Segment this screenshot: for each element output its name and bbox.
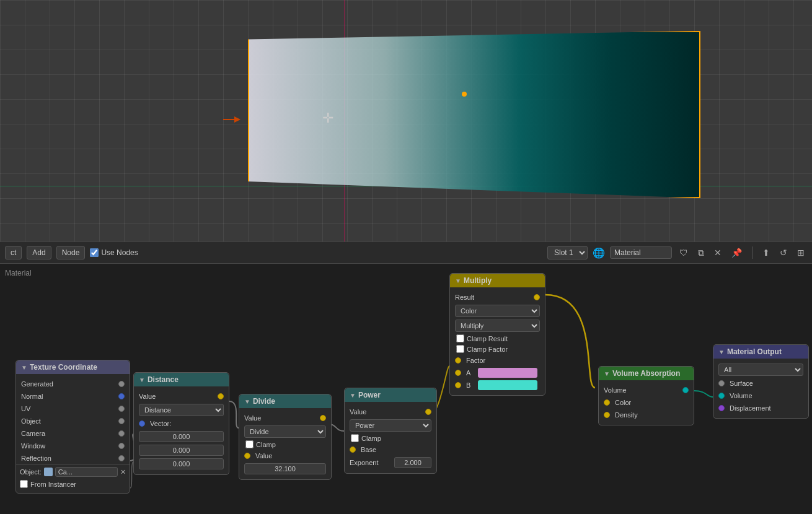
volume-absorption-body: Volume Color Density — [599, 380, 694, 425]
divide-header[interactable]: ▼ Divide — [239, 394, 331, 408]
distance-value-socket[interactable] — [218, 393, 224, 399]
multiply-factor-socket[interactable] — [455, 357, 461, 364]
divide-title: Divide — [253, 397, 275, 406]
distance-header[interactable]: ▼ Distance — [134, 373, 229, 386]
power-clamp-checkbox[interactable] — [351, 434, 359, 442]
object-name-field[interactable]: Ca... — [55, 467, 118, 477]
from-instancer-checkbox[interactable] — [20, 480, 28, 488]
distance-vec-z-input[interactable] — [139, 458, 224, 469]
node-multiply: ▼ Multiply Result Color Multiply Clamp R… — [449, 273, 545, 396]
multiply-clamp-result-row: Clamp Result — [450, 333, 545, 344]
generated-socket[interactable] — [118, 381, 125, 387]
multiply-b-socket[interactable] — [455, 382, 461, 388]
material-output-mode-select[interactable]: All — [718, 364, 803, 376]
distance-vec-y-input[interactable] — [139, 445, 224, 456]
power-mode-select[interactable]: Power — [350, 419, 431, 432]
distance-vec-x-input[interactable] — [139, 431, 224, 442]
multiply-title: Multiply — [464, 276, 492, 285]
clamp-result-checkbox[interactable] — [456, 334, 464, 342]
divide-collapse-icon: ▼ — [244, 398, 250, 405]
node-editor: Material ▼ Texture Coordinate Generated — [0, 264, 812, 514]
multiply-mode-select[interactable]: Multiply — [455, 320, 540, 332]
distance-vector-row: Vector: — [134, 417, 229, 430]
multiply-a-color[interactable] — [478, 368, 537, 378]
divide-value-socket[interactable] — [320, 415, 326, 421]
multiply-b-row: B — [450, 379, 545, 391]
multiply-color-select[interactable]: Color — [455, 305, 540, 317]
node-menu-button[interactable]: Node — [56, 246, 86, 259]
volume-density-socket[interactable] — [604, 412, 610, 418]
volume-output-socket[interactable] — [682, 387, 689, 393]
object-menu-button[interactable]: ct — [5, 246, 22, 259]
volume-absorption-header[interactable]: ▼ Volume Absorption — [599, 367, 694, 380]
texture-coord-body: Generated Normal UV Object Camera Window — [16, 374, 130, 493]
camera-label: Camera — [21, 430, 45, 437]
node-editor-label: Material — [5, 269, 32, 277]
grid-icon[interactable]: ⊞ — [795, 246, 807, 259]
material-name-input[interactable] — [610, 246, 672, 259]
volume-absorption-title: Volume Absorption — [612, 369, 680, 378]
material-volume-socket[interactable] — [718, 393, 725, 399]
window-socket[interactable] — [118, 443, 125, 449]
volume-density-row: Density — [599, 409, 694, 421]
from-instancer-row: From Instancer — [16, 479, 130, 489]
node-power: ▼ Power Value Power Clamp Base Exp — [344, 388, 437, 474]
multiply-a-socket[interactable] — [455, 370, 461, 376]
clamp-factor-checkbox[interactable] — [456, 345, 464, 353]
distance-vector-socket[interactable] — [139, 420, 145, 427]
multiply-b-color[interactable] — [478, 380, 537, 390]
material-copy-icon[interactable]: ⧉ — [695, 246, 707, 259]
uv-label: UV — [21, 405, 30, 412]
use-nodes-toggle[interactable]: Use Nodes — [90, 248, 138, 257]
divide-clamp-checkbox[interactable] — [245, 440, 254, 448]
camera-socket[interactable] — [118, 430, 125, 437]
reflection-socket[interactable] — [118, 455, 125, 461]
power-exponent-input[interactable] — [394, 457, 431, 468]
divide-mode-select[interactable]: Divide — [244, 425, 326, 438]
material-output-title: Material Output — [727, 347, 782, 356]
material-surface-socket[interactable] — [718, 380, 725, 386]
texture-coord-header[interactable]: ▼ Texture Coordinate — [16, 360, 130, 374]
distance-mode-select[interactable]: Distance — [139, 404, 224, 416]
distance-vector-label: Vector: — [150, 420, 171, 427]
uv-socket[interactable] — [118, 406, 125, 412]
output-object: Object — [16, 415, 130, 427]
use-nodes-checkbox[interactable] — [90, 248, 99, 257]
from-instancer-label: From Instancer — [30, 481, 76, 488]
camera-indicator — [223, 113, 242, 128]
multiply-clamp-factor-row: Clamp Factor — [450, 344, 545, 354]
material-close-icon[interactable]: ✕ — [712, 246, 724, 259]
normal-label: Normal — [21, 393, 43, 400]
volume-color-socket[interactable] — [604, 399, 610, 406]
node-divide: ▼ Divide Value Divide Clamp Value — [239, 394, 332, 480]
power-base-socket[interactable] — [350, 446, 356, 453]
divide-value-input[interactable] — [244, 463, 326, 474]
pin-icon[interactable]: 📌 — [729, 246, 744, 259]
distance-mode-row: Distance — [134, 403, 229, 417]
normal-socket[interactable] — [118, 393, 125, 399]
power-value-socket[interactable] — [425, 409, 431, 415]
object-close-button[interactable]: ✕ — [120, 468, 126, 476]
object-origin-dot — [462, 92, 467, 97]
multiply-header[interactable]: ▼ Multiply — [450, 274, 545, 287]
multiply-result-socket[interactable] — [534, 294, 540, 300]
add-menu-button[interactable]: Add — [27, 246, 51, 259]
node-distance: ▼ Distance Value Distance Vector: — [133, 372, 229, 475]
slot-select[interactable]: Slot 1 — [547, 246, 588, 259]
divide-value-field-row — [239, 462, 331, 476]
material-output-header[interactable]: ▼ Material Output — [713, 345, 808, 359]
power-clamp-label: Clamp — [361, 435, 381, 442]
material-displacement-socket[interactable] — [718, 405, 725, 411]
object-socket[interactable] — [118, 418, 125, 424]
output-uv: UV — [16, 403, 130, 415]
multiply-factor-label: Factor — [466, 357, 485, 364]
divide-value-label: Value — [244, 414, 261, 422]
upload-icon[interactable]: ⬆ — [760, 246, 772, 259]
material-shield-icon[interactable]: 🛡 — [677, 246, 691, 259]
divide-input-socket[interactable] — [244, 453, 250, 459]
power-header[interactable]: ▼ Power — [345, 388, 436, 402]
multiply-result-output: Result — [450, 291, 545, 303]
cursor-crosshair: ✛ — [322, 111, 333, 125]
refresh-icon[interactable]: ↺ — [777, 246, 790, 259]
output-window: Window — [16, 440, 130, 452]
